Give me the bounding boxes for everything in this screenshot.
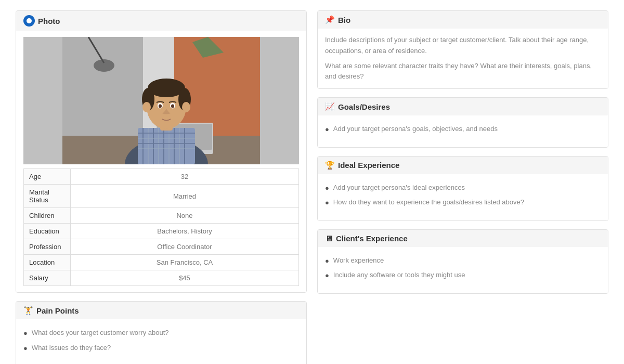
table-row: Education Bachelors, History [24,224,299,239]
client-experience-body: Work experience Include any software or … [318,247,608,293]
goals-list: Add your target persona's goals, objecti… [325,122,601,141]
row-label: Location [24,255,71,270]
list-item: Work experience [325,255,601,266]
client-experience-header: 🖥 Client's Experience [318,230,608,247]
svg-point-29 [171,105,174,108]
pain-points-body: What does your target customer worry abo… [16,319,306,364]
bio-section: 📌 Bio Include descriptions of your subje… [317,10,608,89]
bullet-text: Add your target persona's goals, objecti… [333,124,498,134]
row-label: Age [24,169,71,185]
row-label: Salary [24,270,71,286]
pain-points-icon: 🏋 [23,306,33,315]
pain-points-section: 🏋 Pain Points What does your target cust… [16,301,307,364]
list-item: How do they want to experience the goals… [325,197,601,208]
bio-icon: 📌 [325,15,335,24]
pain-points-header: 🏋 Pain Points [16,302,306,319]
list-item: Add your target persona's ideal experien… [325,183,601,193]
pain-points-title: Pain Points [36,306,79,315]
photo-title: Photo [38,17,60,25]
list-item: Include any software or tools they might… [325,270,601,281]
right-column: 📌 Bio Include descriptions of your subje… [317,10,608,294]
table-row: Children None [24,208,299,224]
ideal-experience-header: 🏆 Ideal Experience [318,157,608,174]
table-row: Age 32 [24,169,299,185]
list-item: What does your target customer worry abo… [23,328,299,339]
row-value: Married [71,185,299,208]
bio-text: Include descriptions of your subject or … [325,35,601,82]
photo-icon [23,15,35,27]
row-value: Bachelors, History [71,224,299,239]
goals-title: Goals/Desires [338,102,390,111]
bio-header: 📌 Bio [318,11,608,29]
row-label: Profession [24,239,71,255]
row-value: $45 [71,270,299,286]
bio-body: Include descriptions of your subject or … [318,29,608,88]
list-item: Add your target persona's goals, objecti… [325,124,601,135]
table-row: Marital Status Married [24,185,299,208]
info-table: Age 32 Marital Status Married Children N… [23,168,299,286]
client-experience-title: Client's Experience [336,234,408,243]
goals-header: 📈 Goals/Desires [318,98,608,115]
list-item: What issues do they face? [23,343,299,354]
bio-title: Bio [338,16,350,24]
bullet-text: Include any software or tools they might… [333,270,465,280]
client-experience-list: Work experience Include any software or … [325,253,601,287]
left-column: Photo [16,10,307,364]
row-value: Office Coordinator [71,239,299,255]
table-row: Location San Francisco, CA [24,255,299,270]
svg-point-33 [94,59,114,72]
client-experience-section: 🖥 Client's Experience Work experience In… [317,229,608,294]
svg-point-30 [142,102,151,112]
photo-body: Age 32 Marital Status Married Children N… [16,31,306,292]
bio-paragraph-2: What are some relevant character traits … [325,61,601,83]
goals-icon: 📈 [325,102,335,111]
page-container: Photo [0,0,624,364]
row-label: Children [24,208,71,224]
svg-point-28 [159,105,162,108]
row-label: Marital Status [24,185,71,208]
table-row: Salary $45 [24,270,299,286]
row-label: Education [24,224,71,239]
bullet-text: Work experience [333,255,384,266]
photo-image [23,37,299,164]
bullet-text: Add your target persona's ideal experien… [333,183,465,193]
bullet-text: What does your target customer worry abo… [32,328,169,338]
ideal-experience-section: 🏆 Ideal Experience Add your target perso… [317,156,608,221]
bullet-text: How do they want to experience the goals… [333,197,524,207]
ideal-experience-list: Add your target persona's ideal experien… [325,180,601,214]
table-row: Profession Office Coordinator [24,239,299,255]
row-value: None [71,208,299,224]
goals-section: 📈 Goals/Desires Add your target persona'… [317,97,608,148]
ideal-experience-icon: 🏆 [325,161,335,170]
client-experience-icon: 🖥 [325,234,333,243]
bio-paragraph-1: Include descriptions of your subject or … [325,35,601,57]
pain-points-list: What does your target customer worry abo… [23,326,299,359]
ideal-experience-title: Ideal Experience [338,161,399,170]
row-value: San Francisco, CA [71,255,299,270]
photo-header: Photo [16,11,306,31]
row-value: 32 [71,169,299,185]
ideal-experience-body: Add your target persona's ideal experien… [318,174,608,220]
bullet-text: What issues do they face? [32,343,111,353]
goals-body: Add your target persona's goals, objecti… [318,115,608,147]
photo-section: Photo [16,10,307,293]
svg-point-31 [182,102,190,112]
